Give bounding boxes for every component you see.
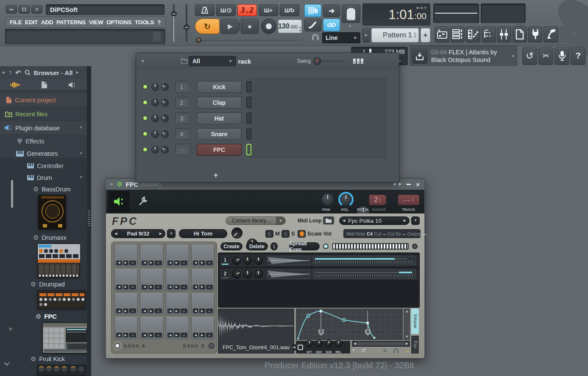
layer-velocity-range[interactable] (313, 256, 416, 265)
rack-menu-icon[interactable]: ▶ (142, 59, 145, 63)
tempo-spinner-icon[interactable]: ▲▼ (298, 26, 302, 33)
rack-filter-dropdown[interactable]: All ▶ (189, 56, 236, 66)
maximize-button[interactable] (19, 5, 30, 14)
browser-item-generators[interactable]: Generators ▼ (0, 147, 87, 160)
channel-enable-led[interactable] (143, 132, 148, 136)
layer-row-1[interactable]: 1 (220, 255, 418, 267)
browser-tab-plugins-icon[interactable] (68, 81, 77, 88)
drum-pad-7[interactable]: ◀▶▱ (166, 293, 189, 315)
browser-item-controller[interactable]: Controller (0, 160, 87, 171)
preset-list-button[interactable]: ▼ (411, 216, 420, 225)
drum-pad-13[interactable]: ◀▶▱ (114, 245, 138, 267)
channel-select-strip[interactable] (246, 97, 251, 108)
pad-next-sample-icon[interactable]: ▶ (123, 261, 129, 265)
fpc-pan-knob[interactable] (321, 193, 334, 206)
fpc-close-icon[interactable]: × (416, 181, 420, 188)
fpc-detach-left-icon[interactable]: ◀ (393, 182, 396, 186)
edison-record-button[interactable] (555, 47, 569, 65)
channel-enable-led[interactable] (143, 100, 148, 105)
envelope-editor[interactable]: D S (296, 309, 403, 340)
browser-item-effects[interactable]: Effects (0, 135, 87, 147)
play-button[interactable]: ▶ (220, 19, 240, 34)
collapse-arrow-icon[interactable]: ▼ (79, 126, 83, 129)
menu-options[interactable]: OPTIONS (106, 19, 131, 25)
pitch-slider-handle[interactable] (184, 25, 189, 30)
close-button[interactable]: × (31, 5, 42, 14)
pattern-add-button[interactable]: + (421, 28, 430, 42)
pad-next-icon[interactable]: ▶ (156, 232, 165, 236)
fpc-detach-right-icon[interactable]: ▶ (399, 182, 401, 186)
metronome-button[interactable] (195, 4, 215, 16)
swing-slider-handle[interactable] (313, 57, 321, 65)
drum-pad-3[interactable]: ◀▶▱ (166, 317, 189, 339)
browser-item-drumpad[interactable]: ⚙ Drumpad (0, 278, 87, 290)
follow-playback-button[interactable]: ➜ (323, 4, 340, 17)
collapse-arrow-icon[interactable]: ▼ (79, 152, 83, 155)
content-library-dropdown[interactable]: Content library... ▼ (226, 216, 286, 225)
channel-enable-led[interactable] (143, 147, 148, 152)
pad-list-button[interactable]: ▼ (167, 229, 176, 238)
scroll-down-icon[interactable]: ▼ (405, 335, 409, 339)
menu-patterns[interactable]: PATTERNS (56, 19, 86, 25)
envelope-shape-button[interactable] (298, 345, 303, 350)
stop-button[interactable]: ■ (241, 19, 259, 34)
scroll-right-icon[interactable]: ▶ (404, 342, 410, 345)
fpc-menu-arrow-icon[interactable]: ▶ (111, 182, 113, 186)
browser-scrollbar[interactable] (87, 66, 91, 376)
channel-volume-knob[interactable] (159, 81, 170, 92)
envelope-tab-volume[interactable]: Volume (411, 309, 419, 334)
pad-pan-knob[interactable] (229, 225, 245, 241)
channel-button[interactable]: Kick (197, 81, 242, 93)
touch-controller-button[interactable] (543, 26, 558, 42)
layer-wave-thumb[interactable] (267, 256, 310, 265)
channel-pan-knob[interactable] (151, 146, 159, 154)
plugin-picker-button[interactable] (528, 26, 543, 42)
pad-prev-icon[interactable]: ◀ (111, 232, 120, 236)
layer-vol-knob[interactable] (243, 270, 252, 278)
pattern-spinner-icon[interactable]: ▲▼ (413, 32, 417, 39)
shuffle-slider[interactable] (196, 37, 300, 43)
scale-vol-toggle[interactable] (298, 230, 306, 238)
envelope-menu-icon[interactable]: ▼ (352, 349, 355, 352)
layer-tune-knob[interactable] (254, 256, 263, 265)
drum-pad-8[interactable]: ◀▶▱ (191, 293, 215, 315)
channel-target-selector[interactable]: 4>< (175, 128, 190, 140)
layer-number[interactable]: 2 (221, 270, 229, 278)
step-edit-button[interactable] (304, 4, 321, 17)
menu-view[interactable]: VIEW (89, 19, 103, 25)
midi-note-value[interactable]: C4 (367, 231, 372, 236)
channel-pan-knob[interactable] (151, 99, 159, 107)
pad-prev-sample-icon[interactable]: ◀ (116, 261, 122, 265)
browser-expand-arrow-icon[interactable]: ▶ (9, 326, 13, 331)
drum-pad-12[interactable]: ◀▶▱ (191, 269, 215, 291)
channel-select-strip[interactable] (246, 81, 251, 93)
fpc-minimize-icon[interactable] (407, 184, 411, 185)
pad-nav-selector[interactable]: ◀ Pad 9/32 ▶ (111, 229, 165, 238)
master-volume-slider[interactable] (171, 4, 177, 42)
decay-knob[interactable] (315, 340, 323, 347)
sample-name[interactable]: FPC_Tom_GtomHi_001.wav (223, 345, 290, 351)
sample-open-button[interactable]: ➜ (292, 344, 295, 351)
release-knob[interactable] (335, 340, 342, 347)
channel-select-strip[interactable] (246, 112, 251, 124)
channel-pan-knob[interactable] (151, 83, 159, 91)
channel-rack-header[interactable]: ▶ All ▶ Channel rack Swing (136, 53, 399, 69)
channel-target-selector[interactable]: 1>< (175, 81, 190, 93)
add-channel-button[interactable]: + (211, 170, 221, 180)
scroll-up-icon[interactable]: ▲ (405, 310, 409, 313)
record-button[interactable] (261, 19, 276, 34)
drumpad-thumbnail[interactable] (37, 290, 86, 309)
drum-pad-5[interactable]: ◀▶▱ (114, 293, 138, 315)
preset-prev-icon[interactable]: ◀ (340, 219, 348, 222)
layer-delete-button[interactable]: Delete (246, 242, 268, 250)
envelope-reset-icon[interactable]: ↺ (361, 348, 366, 353)
menu-file[interactable]: FILE (10, 19, 22, 25)
drum-pad-15[interactable]: ◀▶▱ (166, 245, 189, 267)
fpc-thumbnail[interactable] (42, 323, 87, 353)
browser-item-recent-files[interactable]: Recent files (0, 107, 87, 120)
browser-tab-samples-icon[interactable] (10, 82, 20, 88)
fpc-gear-icon[interactable]: ⚙ (117, 180, 122, 188)
pad-solo-toggle[interactable] (281, 230, 290, 238)
playlist-button[interactable] (435, 26, 449, 42)
channel-pan-knob[interactable] (151, 130, 159, 138)
